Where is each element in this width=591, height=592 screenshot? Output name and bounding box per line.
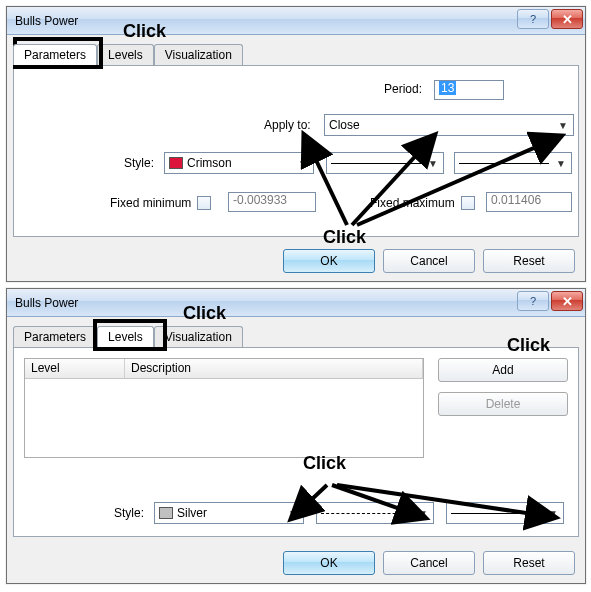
close-button[interactable]: ✕: [551, 9, 583, 29]
tab-visualization[interactable]: Visualization: [154, 44, 243, 65]
fixed-min-label: Fixed minimum: [110, 196, 191, 210]
apply-to-label: Apply to:: [264, 118, 311, 132]
cancel-button[interactable]: Cancel: [383, 249, 475, 273]
levels-listview[interactable]: Level Description: [24, 358, 424, 458]
tabstrip: Parameters Levels Visualization: [7, 317, 585, 347]
chevron-down-icon: ▼: [555, 115, 571, 135]
listview-header: Level Description: [25, 359, 423, 379]
style-line-combo[interactable]: ▼: [326, 152, 444, 174]
ok-button[interactable]: OK: [283, 551, 375, 575]
tab-parameters[interactable]: Parameters: [13, 44, 97, 65]
reset-button[interactable]: Reset: [483, 551, 575, 575]
titlebar[interactable]: Bulls Power ? ✕: [7, 289, 585, 317]
dialog-button-row: OK Cancel Reset: [283, 551, 575, 575]
dialog-button-row: OK Cancel Reset: [283, 249, 575, 273]
style-label: Style:: [114, 506, 144, 520]
apply-to-combo[interactable]: Close ▼: [324, 114, 574, 136]
close-button[interactable]: ✕: [551, 291, 583, 311]
parameters-panel: Period: 13 Apply to: Close ▼ Style: Crim…: [13, 65, 579, 237]
chevron-down-icon: ▼: [295, 153, 311, 173]
period-label: Period:: [384, 82, 422, 96]
line-width-preview: [459, 163, 549, 164]
tab-parameters[interactable]: Parameters: [13, 326, 97, 347]
line-style-preview: [321, 513, 411, 514]
fixed-max-checkbox[interactable]: [461, 196, 475, 210]
help-button[interactable]: ?: [517, 9, 549, 29]
titlebar[interactable]: Bulls Power ? ✕: [7, 7, 585, 35]
cancel-button[interactable]: Cancel: [383, 551, 475, 575]
line-style-preview: [331, 163, 421, 164]
help-icon: ?: [530, 295, 536, 307]
help-icon: ?: [530, 13, 536, 25]
fixed-min-input[interactable]: -0.003933: [228, 192, 316, 212]
bulls-power-parameters-dialog: Bulls Power ? ✕ Parameters Levels Visual…: [6, 6, 586, 282]
ok-button[interactable]: OK: [283, 249, 375, 273]
chevron-down-icon: ▼: [415, 503, 431, 523]
style-line-combo[interactable]: ▼: [316, 502, 434, 524]
col-description[interactable]: Description: [125, 359, 423, 378]
color-swatch: [169, 157, 183, 169]
style-color-combo[interactable]: Silver ▼: [154, 502, 304, 524]
chevron-down-icon: ▼: [425, 153, 441, 173]
col-level[interactable]: Level: [25, 359, 125, 378]
tab-levels[interactable]: Levels: [97, 326, 154, 347]
style-color-combo[interactable]: Crimson ▼: [164, 152, 314, 174]
chevron-down-icon: ▼: [545, 503, 561, 523]
line-width-preview: [451, 513, 541, 514]
tabstrip: Parameters Levels Visualization: [7, 35, 585, 65]
close-icon: ✕: [562, 294, 573, 309]
fixed-min-checkbox[interactable]: [197, 196, 211, 210]
reset-button[interactable]: Reset: [483, 249, 575, 273]
fixed-max-label: Fixed maximum: [370, 196, 455, 210]
chevron-down-icon: ▼: [285, 503, 301, 523]
period-input[interactable]: 13: [434, 80, 504, 100]
style-label: Style:: [124, 156, 154, 170]
help-button[interactable]: ?: [517, 291, 549, 311]
bulls-power-levels-dialog: Bulls Power ? ✕ Parameters Levels Visual…: [6, 288, 586, 584]
style-width-combo[interactable]: ▼: [446, 502, 564, 524]
color-swatch: [159, 507, 173, 519]
levels-panel: Level Description Add Delete Style: Silv…: [13, 347, 579, 537]
window-title: Bulls Power: [15, 14, 78, 28]
window-title: Bulls Power: [15, 296, 78, 310]
chevron-down-icon: ▼: [553, 153, 569, 173]
close-icon: ✕: [562, 12, 573, 27]
add-button[interactable]: Add: [438, 358, 568, 382]
tab-visualization[interactable]: Visualization: [154, 326, 243, 347]
tab-levels[interactable]: Levels: [97, 44, 154, 65]
style-width-combo[interactable]: ▼: [454, 152, 572, 174]
fixed-max-input[interactable]: 0.011406: [486, 192, 572, 212]
delete-button[interactable]: Delete: [438, 392, 568, 416]
